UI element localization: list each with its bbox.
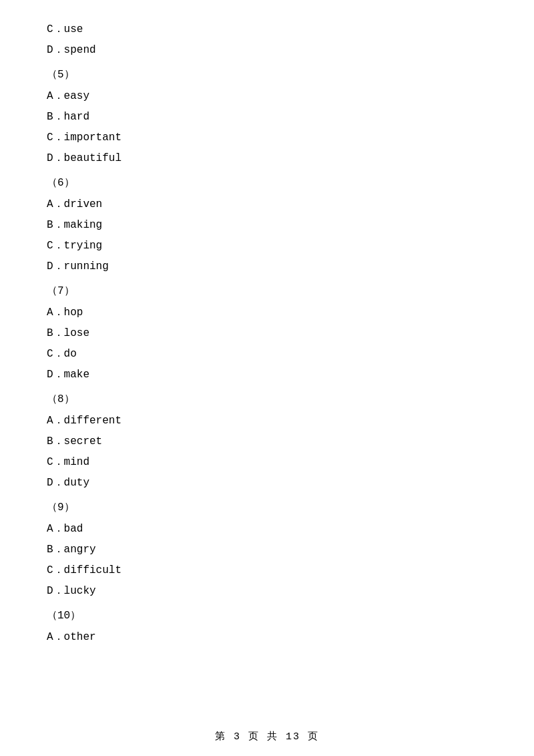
section-6: （6） bbox=[47, 174, 487, 193]
option-c-important: C．important bbox=[47, 128, 487, 148]
section-5: （5） bbox=[47, 65, 487, 85]
section-8: （8） bbox=[47, 390, 487, 409]
option-a-different: A．different bbox=[47, 411, 487, 431]
option-c-mind: C．mind bbox=[47, 453, 487, 472]
option-c-use: C．use bbox=[47, 20, 487, 39]
option-b-hard: B．hard bbox=[47, 108, 487, 127]
option-a-driven: A．driven bbox=[47, 195, 487, 214]
section-7: （7） bbox=[47, 282, 487, 301]
option-c-difficult: C．difficult bbox=[47, 561, 487, 580]
option-d-lucky: D．lucky bbox=[47, 582, 487, 601]
section-10: （10） bbox=[47, 606, 487, 626]
page-content: C．use D．spend （5） A．easy B．hard C．import… bbox=[0, 0, 534, 689]
option-d-running: D．running bbox=[47, 257, 487, 276]
option-c-trying: C．trying bbox=[47, 236, 487, 256]
option-d-make: D．make bbox=[47, 365, 487, 385]
page-footer: 第 3 页 共 13 页 bbox=[0, 730, 534, 743]
option-a-hop: A．hop bbox=[47, 303, 487, 323]
option-a-other: A．other bbox=[47, 628, 487, 647]
option-b-angry: B．angry bbox=[47, 540, 487, 560]
option-a-easy: A．easy bbox=[47, 87, 487, 106]
option-b-making: B．making bbox=[47, 216, 487, 235]
option-d-duty: D．duty bbox=[47, 474, 487, 493]
option-d-beautiful: D．beautiful bbox=[47, 149, 487, 168]
option-c-do: C．do bbox=[47, 345, 487, 364]
option-b-lose: B．lose bbox=[47, 324, 487, 343]
option-a-bad: A．bad bbox=[47, 520, 487, 539]
section-9: （9） bbox=[47, 498, 487, 518]
option-b-secret: B．secret bbox=[47, 432, 487, 451]
option-d-spend: D．spend bbox=[47, 41, 487, 60]
